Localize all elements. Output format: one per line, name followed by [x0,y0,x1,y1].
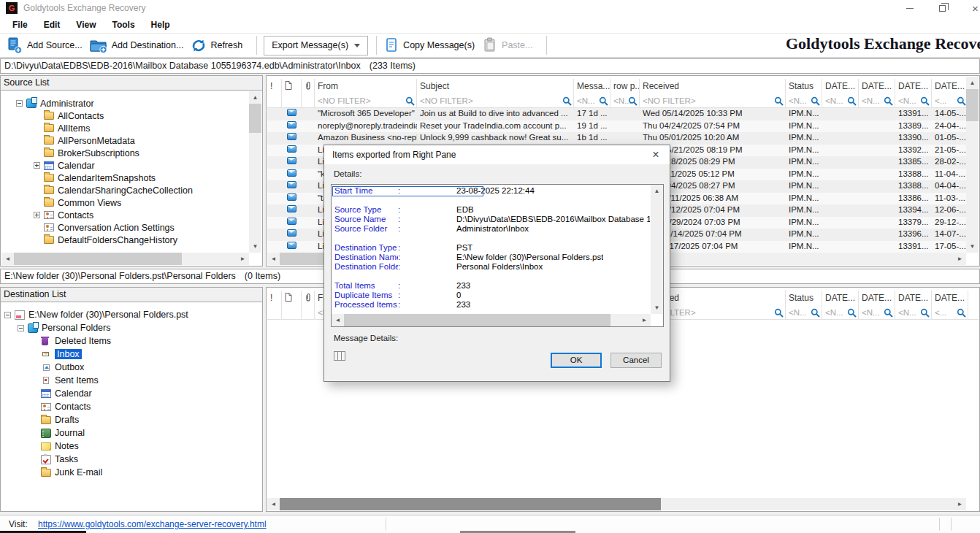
message-row[interactable]: "Microsoft 365 Developer" ...Join us at … [267,108,966,120]
tree-item-allitems[interactable]: AllItems [1,122,249,134]
filter-cell-row-p[interactable]: <N... [610,94,640,108]
menu-help[interactable]: Help [143,20,178,30]
filter-cell-subject[interactable]: <NO FILTER> [417,94,574,108]
column-header-date3[interactable]: DATE... [895,291,932,306]
filter-magnifier-icon[interactable] [599,96,608,106]
tree-item-sent-items[interactable]: Sent Items [1,374,261,387]
scroll-right-icon[interactable]: ► [638,314,651,326]
menu-file[interactable]: File [4,20,36,30]
message-row[interactable]: noreply@noreply.tradeindia....Reset your… [267,120,966,133]
filter-magnifier-icon[interactable] [920,96,930,106]
column-header-from[interactable]: From [315,79,417,94]
filter-cell-date2[interactable]: <N... [859,94,895,108]
scroll-down-icon[interactable]: ▼ [651,302,663,314]
column-header-clip[interactable] [302,79,315,94]
expander-plus-icon[interactable] [34,162,40,169]
dialog-title-bar[interactable]: Items exported from Right Pane × [324,145,670,164]
scroll-left-icon[interactable]: ◄ [332,314,344,326]
column-header-date4[interactable]: DATE... [932,291,968,306]
scroll-right-icon[interactable]: ► [954,253,966,265]
tree-item-junk-e-mail[interactable]: Junk E-mail [1,466,261,479]
column-header-date2[interactable]: DATE... [859,79,895,94]
filter-magnifier-icon[interactable] [562,96,572,106]
scroll-right-icon[interactable]: ► [954,498,966,510]
details-horizontal-scrollbar[interactable]: ◄ ► [332,314,651,326]
column-header-page[interactable] [282,291,302,306]
column-header-importance[interactable]: ! [267,79,282,94]
column-header-status[interactable]: Status [786,79,822,94]
source-tree-horizontal-scrollbar[interactable]: ◄ ► [1,253,249,265]
export-messages-button[interactable]: Export Message(s) [264,36,368,55]
tree-item-common-views[interactable]: Common Views [1,196,249,209]
filter-cell-message-size[interactable]: <N... [574,94,610,108]
source-tree-vertical-scrollbar[interactable]: ▲ ▼ [249,91,261,253]
filter-cell-date3[interactable]: <N... [895,306,932,320]
menu-edit[interactable]: Edit [36,20,69,30]
column-header-date4[interactable]: DATE... [932,79,966,94]
tree-item-allcontacts[interactable]: AllContacts [1,110,249,122]
menu-view[interactable]: View [68,20,104,30]
scroll-right-icon[interactable]: ► [237,253,249,265]
tree-item-tasks[interactable]: Tasks [1,453,261,466]
filter-cell-importance[interactable] [267,306,282,320]
scroll-left-icon[interactable]: ◄ [1,253,14,265]
tree-item-deleted-items[interactable]: Deleted Items [1,334,261,348]
tree-item-calendar[interactable]: Calendar [1,387,261,400]
filter-cell-clip[interactable] [302,94,315,108]
restore-button[interactable] [926,0,959,17]
tree-item-e-new-folder-30-personal-folders-pst[interactable]: E:\New folder (30)\Personal Folders.pst [1,308,261,321]
tree-item-brokersubscriptions[interactable]: BrokerSubscriptions [1,147,249,159]
filter-magnifier-icon[interactable] [405,96,415,106]
scrollbar-thumb[interactable] [14,253,182,265]
scrollbar-thumb[interactable] [966,89,979,121]
scroll-left-icon[interactable]: ◄ [267,498,280,510]
close-button[interactable]: × [959,0,980,17]
filter-magnifier-icon[interactable] [811,96,820,106]
filter-magnifier-icon[interactable] [920,308,930,318]
filter-magnifier-icon[interactable] [774,96,784,106]
website-link[interactable]: https://www.goldytools.com/exchange-serv… [38,519,267,529]
tree-item-journal[interactable]: Journal [1,426,261,440]
column-header-date1[interactable]: DATE... [822,291,859,306]
scroll-up-icon[interactable]: ▲ [249,91,261,104]
add-source-button[interactable]: Add Source... [6,37,83,54]
minimize-button[interactable] [893,0,926,17]
filter-magnifier-icon[interactable] [628,96,638,106]
tree-item-notes[interactable]: Notes [1,440,261,453]
column-header-row-p[interactable]: row p... [610,79,640,94]
scroll-down-icon[interactable]: ▼ [249,240,261,253]
column-header-clip[interactable] [302,291,315,306]
filter-magnifier-icon[interactable] [811,308,820,318]
filter-cell-page[interactable] [282,306,302,320]
column-header-received[interactable]: Received [640,79,786,94]
destination-list-horizontal-scrollbar[interactable]: ◄ ► [267,498,966,510]
scrollbar-thumb[interactable] [280,498,661,510]
paste-button[interactable]: Paste... [482,37,532,53]
column-header-date3[interactable]: DATE... [895,79,932,94]
expander-minus-icon[interactable] [16,100,23,107]
tree-item-administrator[interactable]: Administrator [1,97,249,110]
scroll-up-icon[interactable]: ▲ [651,185,663,197]
copy-messages-button[interactable]: Copy Message(s) [383,37,475,53]
expander-plus-icon[interactable] [34,212,40,218]
tree-item-allpersonmetadata[interactable]: AllPersonMetadata [1,134,249,147]
filter-magnifier-icon[interactable] [884,308,893,318]
filter-cell-date4[interactable]: <... [932,306,968,320]
message-list-vertical-scrollbar[interactable]: ▲ ▼ [966,77,979,253]
details-vertical-scrollbar[interactable]: ▲ ▼ [651,185,663,314]
scroll-left-icon[interactable]: ◄ [267,253,280,265]
message-row[interactable]: Amazon Business <no-reply...Unlock 9,999… [267,132,966,145]
column-header-subject[interactable]: Subject [417,79,574,94]
tree-item-outbox[interactable]: Outbox [1,361,261,374]
tree-item-calendar[interactable]: Calendar [1,159,249,172]
filter-cell-from[interactable]: <NO FILTER> [315,94,417,108]
expander-minus-icon[interactable] [4,312,11,318]
filter-cell-page[interactable] [282,94,302,108]
tree-item-inbox[interactable]: Inbox [1,348,261,361]
tree-item-personal-folders[interactable]: Personal Folders [1,321,261,334]
expander-minus-icon[interactable] [18,325,24,331]
column-header-importance[interactable]: ! [267,291,282,306]
column-header-date2[interactable]: DATE... [859,291,895,306]
column-header-status[interactable]: Status [786,291,822,306]
dialog-details-box[interactable]: Start Time:23-08-2025 22:12:44Source Typ… [331,184,664,327]
